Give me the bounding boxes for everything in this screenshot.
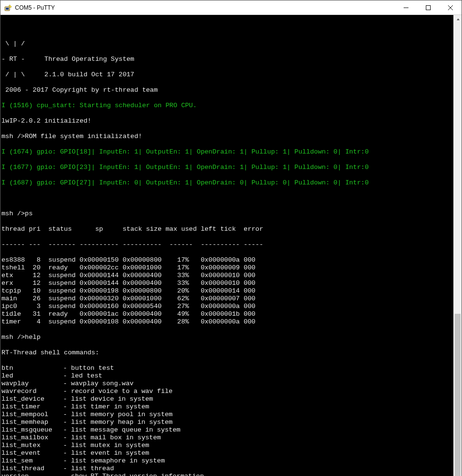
help-header: RT-Thread shell commands:	[1, 349, 452, 357]
terminal-output[interactable]: \ | / - RT - Thread Operating System / |…	[0, 15, 453, 476]
help-cmd-desc: - wavplay song.wav	[59, 380, 134, 387]
help-cmd-desc: - show RT-Thread version information	[59, 473, 204, 476]
help-cmd-name: list_mailbox	[1, 434, 59, 442]
banner-line: \ | /	[1, 40, 452, 48]
help-row: list_msgqueue - list message queue in sy…	[1, 426, 452, 434]
banner-line: 2006 - 2017 Copyright by rt-thread team	[1, 86, 452, 94]
log-romfs: msh />ROM file system initializated!	[1, 133, 452, 140]
ps-row: erx 12 suspend 0x00000144 0x00000400 33%…	[1, 280, 452, 287]
help-cmd-desc: - list message queue in system	[59, 426, 180, 434]
ps-row: tshell 20 ready 0x000002cc 0x00001000 17…	[1, 264, 452, 272]
help-cmd-desc: - list thread	[59, 465, 114, 472]
help-prompt: msh />help	[1, 334, 452, 341]
ps-divider: ------ --- ------- ---------- ----------…	[1, 241, 452, 249]
ps-header: thread pri status sp stack size max used…	[1, 225, 452, 233]
ps-prompt: msh />ps	[1, 210, 452, 218]
window-title: COM5 - PuTTY	[15, 4, 55, 11]
help-cmd-desc: - list device in system	[59, 395, 153, 403]
help-cmd-name: list_device	[1, 395, 59, 403]
help-cmd-name: led	[1, 372, 59, 380]
help-row: btn - button test	[1, 364, 452, 372]
help-cmd-desc: - button test	[59, 364, 114, 372]
log-scheduler: I (1516) cpu_start: Starting scheduler o…	[1, 102, 452, 110]
close-button[interactable]	[439, 0, 462, 15]
putty-icon	[4, 4, 12, 12]
banner-line: / | \ 2.1.0 build Oct 17 2017	[1, 71, 452, 79]
help-row: list_mempool - list memory pool in syste…	[1, 411, 452, 419]
help-cmd-name: list_msgqueue	[1, 426, 59, 434]
help-cmd-name: list_memheap	[1, 419, 59, 426]
help-row: list_memheap - list memory heap in syste…	[1, 419, 452, 426]
scrollbar-vertical[interactable]	[453, 15, 462, 476]
log-lwip: lwIP-2.0.2 initialized!	[1, 117, 452, 125]
help-cmd-name: list_event	[1, 449, 59, 457]
help-row: wavrecord - record voice to a wav file	[1, 388, 452, 395]
ps-row: timer 4 suspend 0x00000108 0x00000400 28…	[1, 318, 452, 326]
help-cmd-name: version	[1, 473, 59, 476]
maximize-button[interactable]	[417, 0, 439, 15]
ps-row: ipc0 3 suspend 0x00000160 0x00000540 27%…	[1, 303, 452, 310]
help-row: list_mailbox - list mail box in system	[1, 434, 452, 442]
svg-rect-3	[426, 5, 431, 10]
help-row: version - show RT-Thread version informa…	[1, 473, 452, 476]
help-cmd-name: list_mutex	[1, 442, 59, 449]
help-row: list_event - list event in system	[1, 449, 452, 457]
ps-row: es8388 8 suspend 0x00000150 0x00000800 1…	[1, 256, 452, 264]
help-cmd-desc: - list memory heap in system	[59, 419, 173, 426]
ps-row: main 26 suspend 0x00000320 0x00001000 62…	[1, 295, 452, 303]
help-row: wavplay - wavplay song.wav	[1, 380, 452, 388]
help-cmd-desc: - list mail box in system	[59, 434, 161, 441]
help-cmd-name: list_thread	[1, 465, 59, 473]
help-row: list_thread - list thread	[1, 465, 452, 473]
help-cmd-name: wavplay	[1, 380, 59, 388]
help-cmd-name: wavrecord	[1, 388, 59, 395]
log-gpio: I (1674) gpio: GPIO[18]| InputEn: 1| Out…	[1, 148, 452, 156]
help-row: led - led test	[1, 372, 452, 380]
svg-rect-1	[6, 8, 9, 10]
help-row: list_timer - list timer in system	[1, 403, 452, 411]
help-cmd-name: btn	[1, 364, 59, 372]
help-row: list_sem - list semaphore in system	[1, 457, 452, 465]
scroll-up-icon[interactable]	[454, 15, 462, 23]
help-cmd-name: list_mempool	[1, 411, 59, 419]
help-cmd-desc: - led test	[59, 372, 102, 379]
help-row: list_mutex - list mutex in system	[1, 442, 452, 449]
help-cmd-desc: - list event in system	[59, 449, 149, 457]
ps-row: etx 12 suspend 0x00000144 0x00000400 33%…	[1, 272, 452, 280]
help-cmd-name: list_timer	[1, 403, 59, 411]
window-frame: COM5 - PuTTY \ | / - RT - Thread Operati…	[0, 0, 462, 476]
help-cmd-desc: - list timer in system	[59, 403, 149, 410]
ps-row: tidle 31 ready 0x000001ac 0x00000400 49%…	[1, 310, 452, 318]
scroll-thumb[interactable]	[455, 314, 461, 476]
help-cmd-desc: - list memory pool in system	[59, 411, 173, 418]
ps-row: tcpip 10 suspend 0x00000198 0x00000800 2…	[1, 287, 452, 295]
banner-line: - RT - Thread Operating System	[1, 56, 452, 63]
log-gpio: I (1687) gpio: GPIO[27]| InputEn: 0| Out…	[1, 179, 452, 187]
log-gpio: I (1677) gpio: GPIO[23]| InputEn: 1| Out…	[1, 164, 452, 171]
titlebar[interactable]: COM5 - PuTTY	[0, 0, 462, 15]
help-cmd-desc: - list mutex in system	[59, 442, 149, 449]
help-row: list_device - list device in system	[1, 395, 452, 403]
help-cmd-desc: - record voice to a wav file	[59, 388, 173, 395]
minimize-button[interactable]	[395, 0, 417, 15]
help-cmd-name: list_sem	[1, 457, 59, 465]
help-cmd-desc: - list semaphore in system	[59, 457, 165, 464]
